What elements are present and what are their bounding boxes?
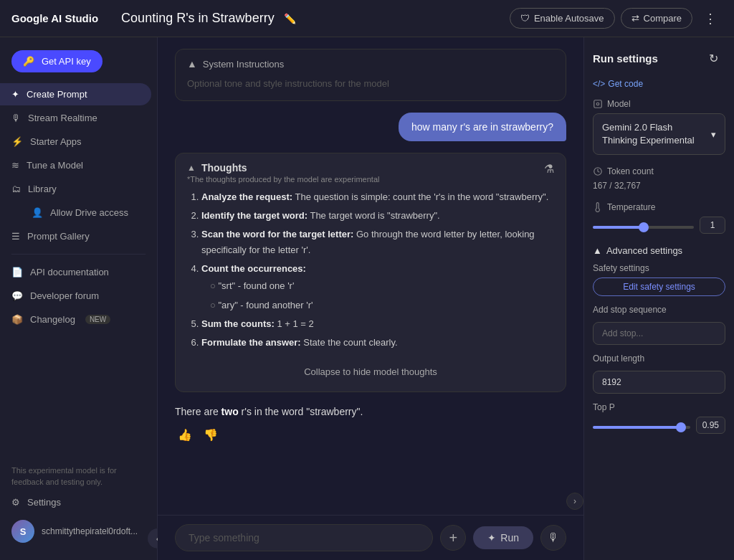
chat-input[interactable]: [175, 524, 433, 551]
refresh-settings-button[interactable]: ↻: [701, 46, 725, 70]
content-area: ▲ System Instructions Optional tone and …: [158, 37, 583, 560]
thoughts-block: ▲ Thoughts *The thoughts produced by the…: [175, 153, 566, 392]
more-options-button[interactable]: ⋮: [698, 6, 723, 31]
sidebar-item-dev-forum[interactable]: 💬 Developer forum: [0, 285, 151, 307]
thought-item-4: Count the occurrences: "srt" - found one…: [201, 261, 554, 313]
top-p-row: 0.95: [593, 417, 725, 434]
thoughts-title: Thoughts: [201, 162, 247, 174]
thoughts-header: ▲ Thoughts *The thoughts produced by the…: [187, 162, 554, 184]
model-name: Gemini 2.0 FlashThinking Experimental: [602, 121, 695, 147]
sidebar-item-library[interactable]: 🗂 Library: [0, 178, 151, 200]
sidebar-item-tune-model[interactable]: ≋ Tune a Model: [0, 154, 151, 176]
output-length-label: Output length: [593, 353, 725, 364]
user-message-wrapper: how many r's are in strawberry?: [175, 113, 566, 141]
system-instructions-placeholder[interactable]: Optional tone and style instructions for…: [187, 75, 554, 92]
bottom-disclaimer: This experimental model is for feedback …: [0, 462, 157, 490]
feedback-row: 👍 👎: [175, 425, 566, 445]
user-message: how many r's are in strawberry?: [399, 113, 566, 141]
top-p-section: Top P 0.95: [593, 402, 725, 434]
thought-4-bold: Count the occurrences:: [201, 263, 306, 274]
sidebar-item-allow-drive[interactable]: 👤 Allow Drive access: [0, 201, 151, 224]
output-length-section: Output length: [593, 353, 725, 394]
model-icon: [593, 99, 603, 109]
mic-button[interactable]: 🎙: [540, 525, 566, 551]
collapse-thoughts-icon[interactable]: ▲: [187, 163, 196, 173]
enable-autosave-button[interactable]: 🛡 Enable Autosave: [510, 8, 615, 29]
top-bar-actions: 🛡 Enable Autosave ⇄ Compare ⋮: [510, 6, 723, 31]
temperature-slider[interactable]: [593, 226, 694, 229]
panel-nav-arrow[interactable]: ›: [566, 493, 583, 510]
ai-response-end: r's in the word "strawberry".: [239, 406, 363, 417]
thought-item-1: Analyze the request: The question is sim…: [201, 189, 554, 205]
sidebar-bottom: This experimental model is for feedback …: [0, 457, 157, 554]
user-row[interactable]: S schmittythepiratel0rdoft...: [0, 514, 157, 549]
compare-button[interactable]: ⇄ Compare: [621, 8, 692, 29]
thought-4-sub-1: "srt" - found one 'r': [210, 278, 554, 294]
advanced-settings-header[interactable]: ▲ Advanced settings: [593, 245, 725, 256]
input-bar: + ✦ Run 🎙: [158, 515, 583, 560]
avatar: S: [11, 520, 34, 543]
library-icon: 🗂: [11, 184, 21, 194]
app-logo: Google AI Studio: [11, 12, 98, 24]
get-api-key-button[interactable]: 🔑 Get API key: [11, 50, 103, 72]
edit-title-button[interactable]: ✏️: [280, 9, 300, 29]
advanced-settings-section: ▲ Advanced settings Safety settings Edit…: [593, 245, 725, 434]
drive-icon: 👤: [32, 207, 43, 218]
sidebar-item-stream-realtime[interactable]: 🎙 Stream Realtime: [0, 107, 151, 129]
chat-container: ▲ System Instructions Optional tone and …: [158, 37, 583, 515]
add-attachment-button[interactable]: +: [440, 525, 466, 551]
changelog-icon: 📦: [11, 314, 23, 325]
temperature-slider-container: [593, 219, 694, 232]
model-selector[interactable]: Gemini 2.0 FlashThinking Experimental ▾: [593, 113, 725, 155]
run-button[interactable]: ✦ Run: [473, 526, 533, 549]
user-name: schmittythepiratel0rdoft...: [42, 526, 138, 536]
stop-sequence-input[interactable]: [593, 322, 725, 345]
starter-icon: ⚡: [11, 136, 23, 147]
token-icon: [593, 166, 603, 176]
thought-2-bold: Identify the target word:: [201, 210, 308, 221]
thoughts-action-icon[interactable]: ⚗: [544, 162, 554, 176]
thoughts-list: Analyze the request: The question is sim…: [187, 189, 554, 351]
code-icon: </>: [593, 79, 605, 89]
gallery-icon: ☰: [11, 231, 20, 242]
temperature-label: Temperature: [593, 202, 725, 212]
svg-point-1: [596, 103, 599, 105]
temp-icon: [593, 202, 603, 212]
temperature-row: 1: [593, 217, 725, 234]
output-length-input[interactable]: [593, 371, 725, 394]
settings-icon: ⚙: [11, 497, 20, 508]
key-icon: 🔑: [23, 56, 34, 67]
thought-6-bold: Formulate the answer:: [201, 337, 301, 348]
stop-sequence-label: Add stop sequence: [593, 305, 725, 315]
safety-label: Safety settings: [593, 263, 725, 273]
token-count-label: Token count: [593, 166, 725, 176]
svg-rect-0: [594, 100, 602, 108]
system-instructions-title: System Instructions: [203, 59, 284, 70]
collapse-advanced-icon: ▲: [593, 245, 602, 256]
thumbs-up-button[interactable]: 👍: [175, 425, 195, 445]
top-p-slider[interactable]: [593, 426, 690, 429]
sidebar-item-prompt-gallery[interactable]: ☰ Prompt Gallery: [0, 225, 151, 247]
thumbs-down-button[interactable]: 👎: [201, 425, 221, 445]
sidebar-item-create-prompt[interactable]: ✦ Create Prompt: [0, 83, 151, 105]
tune-icon: ≋: [11, 160, 19, 171]
get-code-link[interactable]: </> Get code: [593, 79, 725, 89]
thought-4-sub-2: "ary" - found another 'r': [210, 298, 554, 313]
top-bar: Google AI Studio Counting R's in Strawbe…: [0, 0, 734, 37]
collapse-system-icon[interactable]: ▲: [187, 58, 197, 70]
changelog-badge: NEW: [85, 315, 110, 324]
autosave-icon: 🛡: [520, 13, 530, 24]
sidebar-item-changelog[interactable]: 📦 Changelog NEW: [0, 308, 151, 331]
sidebar-item-api-docs[interactable]: 📄 API documentation: [0, 261, 151, 283]
ai-response-container: There are two r's in the word "strawberr…: [175, 404, 566, 445]
thought-item-5: Sum the counts: 1 + 1 = 2: [201, 316, 554, 332]
api-docs-icon: 📄: [11, 267, 23, 277]
thought-item-6: Formulate the answer: State the count cl…: [201, 335, 554, 351]
sidebar-item-starter-apps[interactable]: ⚡ Starter Apps: [0, 130, 151, 153]
thought-5-bold: Sum the counts:: [201, 318, 275, 329]
edit-safety-button[interactable]: Edit safety settings: [593, 277, 725, 296]
collapse-thoughts-button[interactable]: Collapse to hide model thoughts: [187, 361, 554, 383]
thought-item-2: Identify the target word: The target wor…: [201, 208, 554, 224]
sidebar-item-settings[interactable]: ⚙ Settings: [0, 491, 151, 513]
compare-icon: ⇄: [631, 13, 639, 24]
